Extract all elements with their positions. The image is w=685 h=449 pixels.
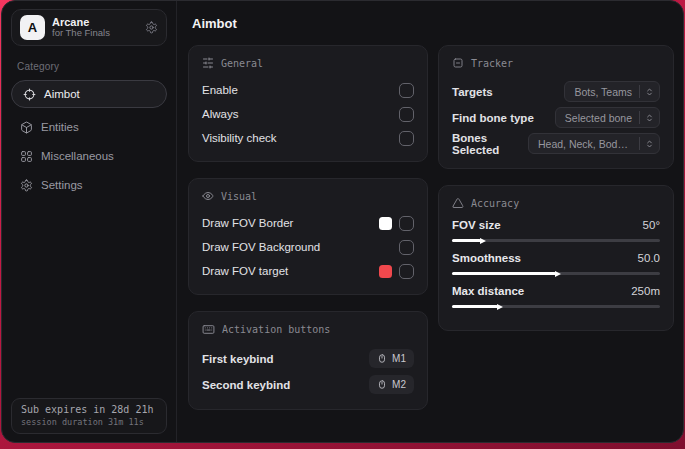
sub-expiry-text: Sub expires in 28d 21h <box>21 404 157 415</box>
fov-size-slider[interactable] <box>452 239 660 242</box>
row-label: Second keybind <box>202 379 290 391</box>
find-bone-type-dropdown[interactable]: Selected bone <box>555 107 660 128</box>
fov-background-checkbox[interactable] <box>399 240 414 255</box>
crosshair-icon <box>23 88 36 101</box>
card-title: Activation buttons <box>222 324 330 335</box>
setting-row-second-keybind: Second keybind M2 <box>202 372 414 397</box>
row-label: Draw FOV Background <box>202 241 320 253</box>
chevrons-up-down-icon <box>645 139 659 149</box>
setting-row-visibility-check: Visibility check <box>202 127 414 149</box>
setting-row-first-keybind: First keybind M1 <box>202 346 414 371</box>
setting-row-find-bone-type: Find bone type Selected bone <box>452 105 660 130</box>
color-swatch[interactable] <box>379 217 392 230</box>
row-label: Visibility check <box>202 132 277 144</box>
grid-icon <box>20 150 33 163</box>
slider-value: 50° <box>643 219 660 231</box>
general-card: General Enable Always Visibility check <box>188 45 428 162</box>
slider-label: Max distance <box>452 285 524 297</box>
setting-row-targets: Targets Bots, Teams <box>452 79 660 104</box>
row-label: Draw FOV target <box>202 265 288 277</box>
slider-group-fov-size: FOV size 50° <box>452 219 660 242</box>
sliders-icon <box>202 57 214 69</box>
scan-square-icon <box>452 57 464 69</box>
targets-dropdown[interactable]: Bots, Teams <box>564 81 660 102</box>
keybind-value: M1 <box>392 353 406 364</box>
slider-thumb[interactable] <box>497 304 503 310</box>
max-distance-slider[interactable] <box>452 305 660 308</box>
sidebar-item-miscellaneous[interactable]: Miscellaneous <box>11 142 167 170</box>
sidebar: A Arcane for The Finals Category Aimbot … <box>2 1 177 442</box>
row-label: Bones Selected <box>452 132 528 156</box>
setting-row-fov-target: Draw FOV target <box>202 260 414 282</box>
slider-value: 50.0 <box>638 252 660 264</box>
main-content: Aimbot General Enable Alw <box>177 1 684 442</box>
dropdown-value: Bots, Teams <box>574 86 632 98</box>
chevrons-up-down-icon <box>645 113 659 123</box>
triangle-icon <box>452 197 464 209</box>
slider-label: FOV size <box>452 219 501 231</box>
bones-selected-dropdown[interactable]: Head, Neck, Body, Pe... <box>528 133 660 154</box>
gear-icon[interactable] <box>145 21 158 34</box>
first-keybind-button[interactable]: M1 <box>369 349 414 368</box>
sidebar-item-label: Settings <box>41 179 83 191</box>
card-title: Accuracy <box>471 198 519 209</box>
slider-value: 250m <box>631 285 660 297</box>
slider-thumb[interactable] <box>480 238 486 244</box>
subscription-status-card: Sub expires in 28d 21h session duration … <box>11 398 167 434</box>
color-swatch[interactable] <box>379 265 392 278</box>
always-checkbox[interactable] <box>399 107 414 122</box>
sidebar-item-label: Entities <box>41 121 79 133</box>
card-title: Tracker <box>471 58 513 69</box>
chevrons-up-down-icon <box>645 87 659 97</box>
card-title: Visual <box>221 191 257 202</box>
box-icon <box>20 121 33 134</box>
sidebar-item-settings[interactable]: Settings <box>11 171 167 199</box>
app-header-card: A Arcane for The Finals <box>11 9 167 46</box>
sidebar-item-aimbot[interactable]: Aimbot <box>11 80 167 108</box>
setting-row-fov-background: Draw FOV Background <box>202 236 414 258</box>
setting-row-always: Always <box>202 103 414 125</box>
slider-label: Smoothness <box>452 252 521 264</box>
mouse-icon <box>377 353 387 364</box>
app-window: A Arcane for The Finals Category Aimbot … <box>1 0 684 443</box>
category-label: Category <box>17 61 167 72</box>
fov-border-checkbox[interactable] <box>399 216 414 231</box>
visibility-check-checkbox[interactable] <box>399 131 414 146</box>
sidebar-item-entities[interactable]: Entities <box>11 113 167 141</box>
keyboard-icon <box>202 323 215 336</box>
fov-target-checkbox[interactable] <box>399 264 414 279</box>
setting-row-fov-border: Draw FOV Border <box>202 212 414 234</box>
row-label: Targets <box>452 86 493 98</box>
row-label: Enable <box>202 84 238 96</box>
eye-icon <box>202 190 214 202</box>
row-label: Draw FOV Border <box>202 217 293 229</box>
sidebar-item-label: Miscellaneous <box>41 150 114 162</box>
visual-card: Visual Draw FOV Border Draw FOV Backgrou… <box>188 178 428 295</box>
setting-row-bones-selected: Bones Selected Head, Neck, Body, Pe... <box>452 131 660 156</box>
setting-row-enable: Enable <box>202 79 414 101</box>
row-label: Find bone type <box>452 112 534 124</box>
enable-checkbox[interactable] <box>399 83 414 98</box>
sidebar-item-label: Aimbot <box>44 88 80 100</box>
tracker-card: Tracker Targets Bots, Teams Fi <box>438 45 674 169</box>
app-logo: A <box>20 15 45 40</box>
gear-icon <box>20 179 33 192</box>
keybind-value: M2 <box>392 379 406 390</box>
card-title: General <box>221 58 263 69</box>
row-label: First keybind <box>202 353 274 365</box>
activation-buttons-card: Activation buttons First keybind M1 Seco… <box>188 311 428 410</box>
accuracy-card: Accuracy FOV size 50° <box>438 185 674 331</box>
dropdown-value: Head, Neck, Body, Pe... <box>538 138 632 150</box>
slider-group-max-distance: Max distance 250m <box>452 285 660 308</box>
smoothness-slider[interactable] <box>452 272 660 275</box>
session-duration-text: session duration 31m 11s <box>21 417 157 427</box>
mouse-icon <box>377 379 387 390</box>
dropdown-value: Selected bone <box>565 112 632 124</box>
row-label: Always <box>202 108 238 120</box>
slider-thumb[interactable] <box>555 271 561 277</box>
slider-group-smoothness: Smoothness 50.0 <box>452 252 660 275</box>
app-subtitle: for The Finals <box>52 28 138 39</box>
page-title: Aimbot <box>192 16 674 31</box>
second-keybind-button[interactable]: M2 <box>369 375 414 394</box>
